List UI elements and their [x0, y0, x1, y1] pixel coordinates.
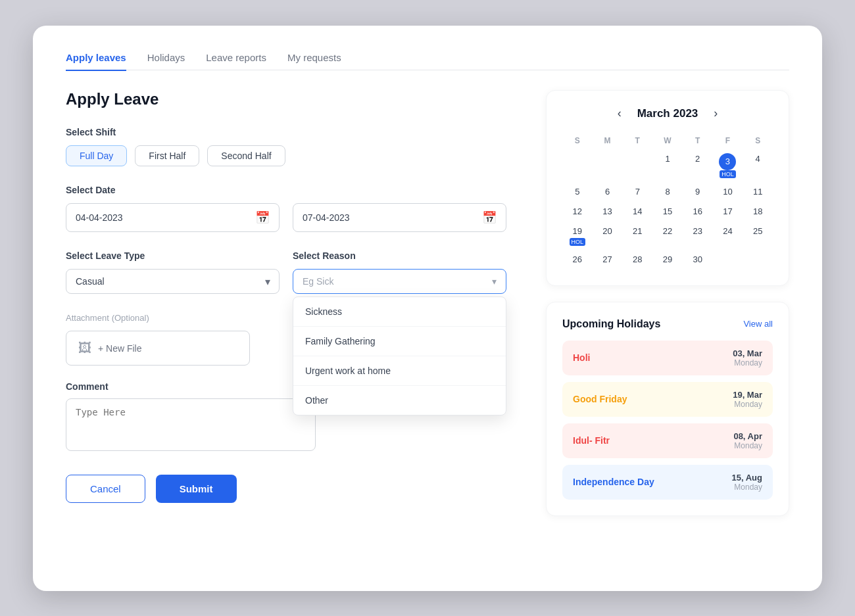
cal-cell-17[interactable]: 17 — [713, 202, 743, 222]
cal-cell-28[interactable]: 28 — [622, 250, 652, 270]
submit-button[interactable]: Submit — [156, 475, 237, 503]
calendar-next-button[interactable]: › — [714, 107, 718, 120]
button-row: Cancel Submit — [66, 475, 506, 503]
date-label: Select Date — [66, 185, 506, 195]
attachment-image-icon: 🖼 — [78, 341, 91, 356]
cal-cell-25[interactable]: 25 — [743, 222, 773, 249]
cal-cell-9[interactable]: 9 — [683, 182, 713, 202]
right-panel: ‹ March 2023 › S M T W T F S — [546, 90, 789, 516]
tab-holidays[interactable]: Holidays — [147, 52, 185, 71]
shift-full-day[interactable]: Full Day — [66, 145, 127, 166]
cal-cell-21[interactable]: 21 — [622, 222, 652, 249]
holiday-item-idul-fitr: Idul- Fitr 08, Apr Monday — [562, 423, 773, 458]
cal-header-tue: T — [622, 132, 652, 149]
shift-label: Select Shift — [66, 127, 506, 137]
app-container: Apply leaves Holidays Leave reports My r… — [33, 26, 822, 591]
holiday-date-holi: 03, Mar Monday — [733, 348, 762, 367]
attachment-box[interactable]: 🖼 + New File — [66, 331, 250, 366]
cal-cell-6[interactable]: 6 — [593, 182, 623, 202]
leave-type-select[interactable]: Casual Sick Annual — [66, 269, 280, 294]
cal-cell-24[interactable]: 24 — [713, 222, 743, 249]
cal-cell-10[interactable]: 10 — [713, 182, 743, 202]
calendar-prev-button[interactable]: ‹ — [618, 107, 622, 120]
cal-cell-2[interactable]: 2 — [683, 149, 713, 182]
cal-header-fri: F — [713, 132, 743, 149]
cal-cell-19[interactable]: 19 HOL — [562, 222, 593, 249]
view-all-link[interactable]: View all — [743, 319, 773, 329]
cal-cell-18[interactable]: 18 — [743, 202, 773, 222]
calendar-grid: S M T W T F S 1 2 3 HOL — [562, 132, 773, 270]
cal-cell-7[interactable]: 7 — [622, 182, 652, 202]
shift-section: Select Shift Full Day First Half Second … — [66, 127, 506, 166]
left-panel: Apply Leave Select Shift Full Day First … — [66, 90, 506, 516]
leave-type-wrapper: Casual Sick Annual ▾ — [66, 269, 280, 294]
start-date-value: 04-04-2023 — [76, 212, 123, 223]
reason-input-box[interactable]: Eg Sick ▾ — [293, 269, 506, 294]
cal-cell-11[interactable]: 11 — [743, 182, 773, 202]
hol-badge-19: HOL — [570, 238, 586, 246]
shift-first-half[interactable]: First Half — [135, 145, 199, 166]
comment-input[interactable] — [66, 398, 316, 451]
cal-cell-26[interactable]: 26 — [562, 250, 593, 270]
reason-placeholder: Eg Sick — [303, 276, 333, 287]
holiday-name-idul-fitr: Idul- Fitr — [573, 435, 610, 446]
start-date-field[interactable]: 04-04-2023 📅 — [66, 203, 280, 232]
end-date-value: 07-04-2023 — [303, 212, 350, 223]
cal-cell-30[interactable]: 30 — [683, 250, 713, 270]
cal-cell-5[interactable]: 5 — [562, 182, 593, 202]
main-layout: Apply Leave Select Shift Full Day First … — [66, 90, 789, 516]
cal-header-sat: S — [743, 132, 773, 149]
tabs-bar: Apply leaves Holidays Leave reports My r… — [66, 52, 789, 71]
reason-label: Select Reason — [293, 250, 506, 261]
cal-cell-15[interactable]: 15 — [652, 202, 683, 222]
cal-cell-27[interactable]: 27 — [593, 250, 623, 270]
cal-cell-empty-4 — [713, 250, 743, 270]
reason-option-urgent[interactable]: Urgent work at home — [293, 356, 506, 386]
holiday-date-independence-day: 15, Aug Monday — [732, 473, 762, 492]
cal-cell-29[interactable]: 29 — [652, 250, 683, 270]
new-file-label: + New File — [98, 343, 142, 354]
cal-cell-4[interactable]: 4 — [743, 149, 773, 182]
reason-group: Select Reason Eg Sick ▾ Sickness Family … — [293, 250, 506, 294]
tab-my-requests[interactable]: My requests — [287, 52, 341, 71]
cal-cell-8[interactable]: 8 — [652, 182, 683, 202]
end-date-calendar-icon: 📅 — [482, 210, 497, 225]
holiday-name-good-friday: Good Friday — [573, 394, 627, 404]
holiday-item-holi: Holi 03, Mar Monday — [562, 341, 773, 375]
leave-type-label: Select Leave Type — [66, 250, 280, 261]
leave-type-group: Select Leave Type Casual Sick Annual ▾ — [66, 250, 280, 294]
cancel-button[interactable]: Cancel — [66, 475, 145, 503]
reason-option-other[interactable]: Other — [293, 386, 506, 415]
cal-cell-3[interactable]: 3 HOL — [713, 149, 743, 182]
cal-cell-empty-2 — [593, 149, 623, 182]
leave-reason-row: Select Leave Type Casual Sick Annual ▾ S… — [66, 250, 506, 294]
holiday-name-independence-day: Independence Day — [573, 477, 654, 487]
cal-header-thu: T — [683, 132, 713, 149]
calendar-card: ‹ March 2023 › S M T W T F S — [546, 90, 789, 286]
holiday-item-good-friday: Good Friday 19, Mar Monday — [562, 382, 773, 417]
shift-second-half[interactable]: Second Half — [207, 145, 285, 166]
date-section: Select Date 04-04-2023 📅 07-04-2023 📅 — [66, 185, 506, 232]
reason-dropdown: Sickness Family Gathering Urgent work at… — [293, 296, 506, 415]
reason-option-family[interactable]: Family Gathering — [293, 327, 506, 356]
cal-cell-13[interactable]: 13 — [593, 202, 623, 222]
cal-cell-16[interactable]: 16 — [683, 202, 713, 222]
tab-apply-leaves[interactable]: Apply leaves — [66, 52, 126, 71]
cal-cell-20[interactable]: 20 — [593, 222, 623, 249]
start-date-calendar-icon: 📅 — [255, 210, 270, 225]
cal-header-wed: W — [652, 132, 683, 149]
cal-cell-22[interactable]: 22 — [652, 222, 683, 249]
cal-cell-1[interactable]: 1 — [652, 149, 683, 182]
end-date-field[interactable]: 07-04-2023 📅 — [293, 203, 506, 232]
cal-header-mon: M — [593, 132, 623, 149]
date-row: 04-04-2023 📅 07-04-2023 📅 — [66, 203, 506, 232]
cal-header-sun: S — [562, 132, 593, 149]
cal-cell-23[interactable]: 23 — [683, 222, 713, 249]
holidays-card: Upcoming Holidays View all Holi 03, Mar … — [546, 302, 789, 516]
shift-group: Full Day First Half Second Half — [66, 145, 506, 166]
tab-leave-reports[interactable]: Leave reports — [206, 52, 266, 71]
cal-cell-12[interactable]: 12 — [562, 202, 593, 222]
reason-option-sickness[interactable]: Sickness — [293, 297, 506, 327]
cal-cell-14[interactable]: 14 — [622, 202, 652, 222]
page-title: Apply Leave — [66, 90, 506, 108]
